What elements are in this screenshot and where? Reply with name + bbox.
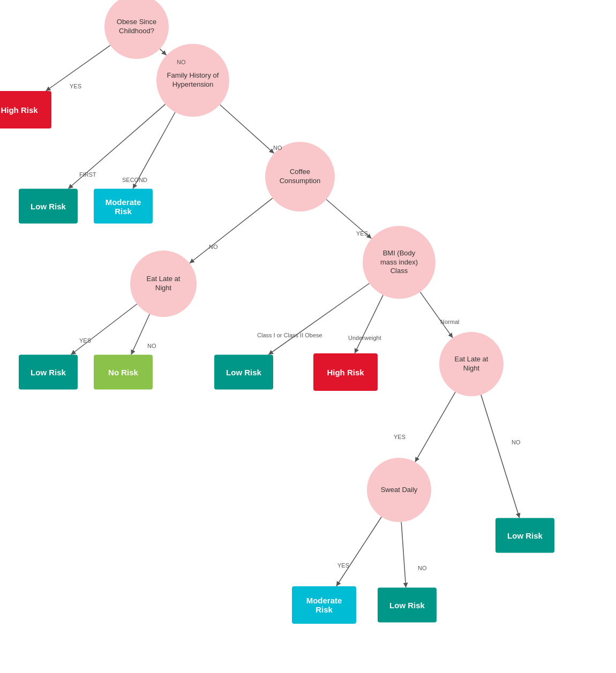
node-moderate_risk_2: ModerateRisk bbox=[292, 586, 356, 624]
edge-label-family_history-moderate_risk_1: SECOND bbox=[122, 177, 147, 183]
node-low_risk_5: Low Risk bbox=[378, 588, 437, 623]
node-no_risk: No Risk bbox=[94, 355, 153, 390]
edge-label-obese-family_history: NO bbox=[177, 59, 186, 65]
svg-line-10 bbox=[268, 283, 369, 354]
edge-label-sweat_daily-low_risk_5: NO bbox=[418, 565, 427, 571]
edge-label-family_history-coffee: NO bbox=[273, 145, 282, 151]
edge-label-eat_late_2-low_risk_4: NO bbox=[512, 439, 521, 445]
edge-label-coffee-bmi: YES bbox=[356, 230, 368, 237]
edge-label-eat_late_2-sweat_daily: YES bbox=[394, 434, 405, 440]
node-low_risk_4: Low Risk bbox=[495, 518, 554, 553]
node-high_risk_2: High Risk bbox=[313, 353, 378, 391]
edge-label-bmi-high_risk_2: Underweight bbox=[348, 335, 381, 341]
node-low_risk_1: Low Risk bbox=[19, 189, 78, 224]
svg-line-14 bbox=[481, 395, 520, 518]
svg-line-15 bbox=[336, 517, 381, 586]
node-low_risk_2: Low Risk bbox=[19, 355, 78, 390]
edge-label-eat_late_1-low_risk_2: YES bbox=[79, 337, 91, 344]
svg-line-5 bbox=[220, 104, 274, 153]
edge-label-coffee-eat_late_1: NO bbox=[209, 244, 218, 250]
edge-label-eat_late_1-no_risk: NO bbox=[147, 343, 156, 349]
edge-label-bmi-low_risk_3: Class I or Class II Obese bbox=[257, 332, 322, 338]
node-high_risk_1: High Risk bbox=[0, 91, 51, 128]
node-eat_late_2: Eat Late atNight bbox=[439, 332, 504, 396]
edge-label-sweat_daily-moderate_risk_2: YES bbox=[337, 562, 349, 569]
node-low_risk_3: Low Risk bbox=[214, 355, 273, 390]
edge-label-family_history-low_risk_1: FIRST bbox=[79, 171, 96, 178]
svg-line-8 bbox=[71, 304, 137, 355]
edge-label-bmi-eat_late_2: Normal bbox=[440, 319, 459, 325]
node-moderate_risk_1: ModerateRisk bbox=[94, 189, 153, 224]
node-sweat_daily: Sweat Daily bbox=[367, 458, 431, 522]
node-coffee: CoffeeConsumption bbox=[265, 142, 335, 211]
svg-line-2 bbox=[160, 49, 166, 55]
node-eat_late_1: Eat Late atNight bbox=[130, 251, 197, 317]
svg-line-16 bbox=[401, 522, 406, 588]
decision-tree-diagram: Obese SinceChildhood?High RiskFamily His… bbox=[0, 0, 616, 673]
svg-line-11 bbox=[355, 295, 383, 353]
edge-label-obese-high_risk_1: YES bbox=[70, 83, 81, 89]
node-obese: Obese SinceChildhood? bbox=[104, 0, 169, 59]
svg-line-13 bbox=[415, 392, 455, 462]
svg-line-6 bbox=[190, 198, 273, 263]
node-family_history: Family History ofHypertension bbox=[156, 44, 229, 117]
svg-line-12 bbox=[420, 292, 453, 338]
node-bmi: BMI (Bodymass index)Class bbox=[363, 226, 435, 299]
